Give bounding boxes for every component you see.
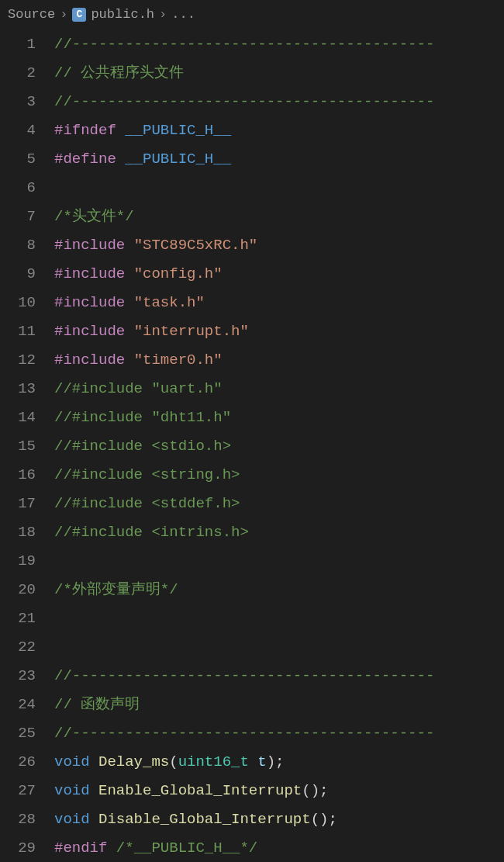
- chevron-right-icon: ›: [60, 5, 67, 25]
- code-token: t: [257, 753, 266, 770]
- code-line[interactable]: // 函数声明: [54, 691, 504, 719]
- line-number: 25: [0, 719, 36, 748]
- code-token: [125, 323, 133, 340]
- code-line[interactable]: void Delay_ms(uint16_t t);: [54, 748, 504, 777]
- code-token: #define: [54, 151, 116, 168]
- line-number: 23: [0, 662, 36, 691]
- code-token: (: [169, 753, 178, 770]
- code-line[interactable]: #include "config.h": [54, 260, 504, 289]
- line-number: 12: [0, 346, 36, 375]
- line-number: 21: [0, 604, 36, 633]
- code-token: [90, 782, 98, 799]
- line-number: 2: [0, 59, 36, 88]
- code-token: //#include "uart.h": [54, 380, 223, 397]
- line-number: 11: [0, 317, 36, 346]
- code-line[interactable]: [54, 174, 504, 203]
- code-line[interactable]: // 公共程序头文件: [54, 59, 504, 88]
- line-number: 1: [0, 30, 36, 59]
- line-number: 28: [0, 805, 36, 834]
- line-number: 4: [0, 116, 36, 145]
- code-token: #ifndef: [54, 122, 116, 139]
- code-token: ();: [302, 782, 328, 799]
- code-token: [116, 122, 125, 139]
- chevron-right-icon: ›: [159, 5, 167, 25]
- code-token: //--------------------------------------…: [54, 667, 434, 684]
- code-line[interactable]: //#include <intrins.h>: [54, 518, 504, 547]
- line-number: 16: [0, 461, 36, 490]
- code-token: "config.h": [134, 265, 223, 282]
- code-token: [90, 753, 98, 770]
- code-editor[interactable]: 1234567891011121314151617181920212223242…: [0, 30, 504, 863]
- line-number: 17: [0, 490, 36, 518]
- code-token: //--------------------------------------…: [54, 725, 434, 742]
- code-token: //--------------------------------------…: [54, 93, 434, 110]
- code-line[interactable]: //#include <string.h>: [54, 461, 504, 490]
- line-number: 10: [0, 289, 36, 317]
- code-token: /*外部变量声明*/: [54, 581, 178, 598]
- code-token: [107, 839, 116, 857]
- code-line[interactable]: #include "STC89C5xRC.h": [54, 231, 504, 260]
- line-number: 18: [0, 518, 36, 547]
- breadcrumb[interactable]: Source › C public.h › ...: [0, 0, 504, 30]
- code-token: /*头文件*/: [54, 208, 134, 225]
- line-number: 8: [0, 231, 36, 260]
- code-line[interactable]: #endif /*__PUBLIC_H__*/: [54, 834, 504, 863]
- line-number: 26: [0, 748, 36, 777]
- code-line[interactable]: #include "interrupt.h": [54, 317, 504, 346]
- code-token: //#include "dht11.h": [54, 409, 231, 426]
- code-content[interactable]: //--------------------------------------…: [54, 30, 504, 863]
- line-number: 27: [0, 777, 36, 805]
- code-token: __PUBLIC_H__: [125, 122, 231, 139]
- code-line[interactable]: //#include "uart.h": [54, 375, 504, 403]
- code-token: //#include <intrins.h>: [54, 524, 249, 541]
- code-token: [249, 753, 257, 770]
- code-token: Enable_Global_Interrupt: [98, 782, 302, 799]
- code-token: [90, 811, 98, 828]
- code-token: Disable_Global_Interrupt: [98, 811, 311, 828]
- breadcrumb-filename[interactable]: public.h: [91, 5, 154, 25]
- code-token: "interrupt.h": [134, 323, 249, 340]
- code-token: #include: [54, 351, 125, 369]
- line-number: 14: [0, 403, 36, 432]
- code-token: [125, 237, 133, 254]
- code-token: [125, 294, 133, 311]
- line-number: 3: [0, 88, 36, 116]
- code-token: #include: [54, 323, 125, 340]
- code-line[interactable]: void Disable_Global_Interrupt();: [54, 805, 504, 834]
- code-line[interactable]: //#include <stdio.h>: [54, 432, 504, 461]
- code-line[interactable]: //--------------------------------------…: [54, 88, 504, 116]
- code-token: //--------------------------------------…: [54, 36, 434, 53]
- code-line[interactable]: //#include "dht11.h": [54, 403, 504, 432]
- code-token: //#include <stddef.h>: [54, 495, 240, 512]
- code-line[interactable]: /*外部变量声明*/: [54, 576, 504, 604]
- code-line[interactable]: //--------------------------------------…: [54, 30, 504, 59]
- line-number: 6: [0, 174, 36, 203]
- code-line[interactable]: //--------------------------------------…: [54, 662, 504, 691]
- code-line[interactable]: //#include <stddef.h>: [54, 490, 504, 518]
- code-line[interactable]: [54, 604, 504, 633]
- code-line[interactable]: /*头文件*/: [54, 203, 504, 231]
- code-line[interactable]: #include "task.h": [54, 289, 504, 317]
- code-line[interactable]: #include "timer0.h": [54, 346, 504, 375]
- code-line[interactable]: [54, 633, 504, 662]
- breadcrumb-folder[interactable]: Source: [8, 5, 55, 25]
- line-number: 29: [0, 834, 36, 863]
- code-token: void: [54, 782, 90, 799]
- code-token: //#include <string.h>: [54, 466, 240, 483]
- code-line[interactable]: //--------------------------------------…: [54, 719, 504, 748]
- line-number: 24: [0, 691, 36, 719]
- code-line[interactable]: #define __PUBLIC_H__: [54, 145, 504, 174]
- code-token: // 函数声明: [54, 696, 140, 713]
- code-token: "task.h": [134, 294, 205, 311]
- code-line[interactable]: #ifndef __PUBLIC_H__: [54, 116, 504, 145]
- c-file-icon: C: [72, 8, 86, 22]
- code-token: // 公共程序头文件: [54, 64, 184, 81]
- line-number: 15: [0, 432, 36, 461]
- breadcrumb-tail[interactable]: ...: [171, 5, 195, 25]
- code-token: #include: [54, 265, 125, 282]
- code-line[interactable]: [54, 547, 504, 576]
- code-token: Delay_ms: [98, 753, 169, 770]
- code-token: #include: [54, 294, 125, 311]
- code-token: void: [54, 811, 90, 828]
- code-line[interactable]: void Enable_Global_Interrupt();: [54, 777, 504, 805]
